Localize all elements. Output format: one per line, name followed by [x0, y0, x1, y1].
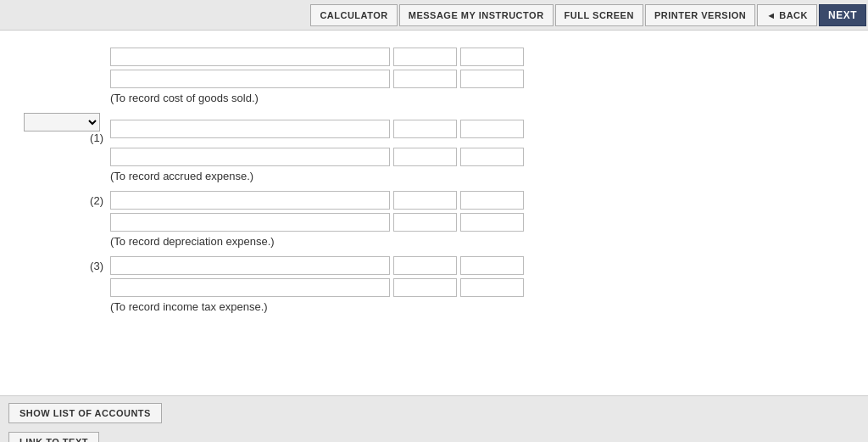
- top-row-1-description[interactable]: [110, 48, 390, 66]
- entry-2-row-1: (2): [17, 191, 851, 210]
- top-row-2-debit[interactable]: [393, 70, 457, 88]
- entry-3-label: (3): [17, 260, 110, 272]
- top-row-2-description[interactable]: [110, 70, 390, 88]
- top-row-1: [110, 48, 851, 66]
- entry-2-row-2-debit[interactable]: [393, 213, 457, 232]
- entry-2-row-1-description[interactable]: [110, 191, 390, 210]
- top-row-2: [110, 70, 851, 88]
- entry-1-row-2-debit[interactable]: [393, 148, 457, 166]
- entry-1-dropdown[interactable]: [24, 113, 100, 131]
- footer-btn-row-2: LINK TO TEXT: [8, 432, 860, 442]
- entry-1-row-2-description[interactable]: [110, 148, 390, 166]
- entry-group-3: (3) (To record income tax expense.): [17, 256, 851, 313]
- entry-3-row-2-credit[interactable]: [460, 278, 524, 297]
- note-accrued: (To record accrued expense.): [110, 170, 851, 182]
- entry-2-row-1-credit[interactable]: [460, 191, 524, 210]
- entry-1-row-1-description[interactable]: [110, 120, 390, 138]
- top-row-2-credit[interactable]: [460, 70, 524, 88]
- entry-1-row-2-credit[interactable]: [460, 148, 524, 166]
- show-accounts-button[interactable]: SHOW LIST OF ACCOUNTS: [8, 403, 162, 423]
- top-entry-group: (To record cost of goods sold.): [17, 39, 851, 104]
- top-row-1-debit[interactable]: [393, 48, 457, 66]
- entry-1-row-1: (1): [17, 113, 851, 144]
- entry-3-row-2-description[interactable]: [110, 278, 390, 297]
- message-instructor-button[interactable]: MESSAGE MY INSTRUCTOR: [399, 4, 554, 26]
- entry-2-row-2: [17, 213, 851, 232]
- note-income-tax: (To record income tax expense.): [110, 300, 851, 313]
- entry-group-2: (2) (To record depreciation expense.): [17, 191, 851, 248]
- entry-3-row-1-debit[interactable]: [393, 256, 457, 275]
- entry-3-row-1: (3): [17, 256, 851, 275]
- calculator-button[interactable]: CALCULATOR: [310, 4, 397, 26]
- note-depreciation: (To record depreciation expense.): [110, 235, 851, 248]
- entry-2-row-2-description[interactable]: [110, 213, 390, 232]
- entry-2-row-1-debit[interactable]: [393, 191, 457, 210]
- footer-bar: SHOW LIST OF ACCOUNTS LINK TO TEXT: [0, 395, 868, 442]
- entry-group-1: (1) (To record accrued expense.): [17, 113, 851, 182]
- entry-3-row-1-credit[interactable]: [460, 256, 524, 275]
- top-row-1-credit[interactable]: [460, 48, 524, 66]
- entry-2-label: (2): [17, 194, 110, 207]
- next-button[interactable]: NEXT: [819, 4, 866, 26]
- entry-1-row-1-debit[interactable]: [393, 120, 457, 138]
- entry-3-row-2-debit[interactable]: [393, 278, 457, 297]
- entry-3-row-1-description[interactable]: [110, 256, 390, 275]
- entry-1-row-1-credit[interactable]: [460, 120, 524, 138]
- main-content: (To record cost of goods sold.) (1) (To …: [0, 31, 868, 395]
- fullscreen-button[interactable]: FULL SCREEN: [555, 4, 643, 26]
- back-button[interactable]: ◄ BACK: [757, 4, 817, 26]
- toolbar: CALCULATOR MESSAGE MY INSTRUCTOR FULL SC…: [0, 0, 868, 31]
- footer-btn-row-1: SHOW LIST OF ACCOUNTS: [8, 403, 860, 427]
- printer-version-button[interactable]: PRINTER VERSION: [645, 4, 755, 26]
- entry-1-row-2: [17, 148, 851, 166]
- entry-1-label-area: (1): [17, 113, 110, 144]
- entry-2-row-2-credit[interactable]: [460, 213, 524, 232]
- entry-3-row-2: [17, 278, 851, 297]
- note-cost-goods: (To record cost of goods sold.): [110, 92, 851, 104]
- link-to-text-button[interactable]: LINK TO TEXT: [8, 432, 99, 442]
